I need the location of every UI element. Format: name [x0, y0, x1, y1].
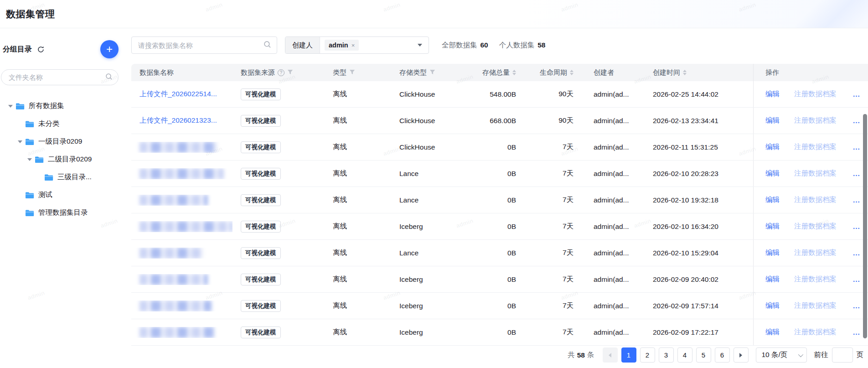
more-actions-link[interactable]: ...	[853, 275, 860, 284]
edit-link[interactable]: 编辑	[765, 275, 780, 284]
tree-item-三级目录...[interactable]: 三级目录...	[34, 168, 131, 186]
tree-item-所有数据集[interactable]: 所有数据集	[5, 97, 131, 115]
tree-item-一级目录0209[interactable]: 一级目录0209	[15, 133, 131, 150]
table-row: 上传文件_2026022514...可视化建模离线ClickHouse548.0…	[131, 81, 868, 108]
source-badge: 可视化建模	[241, 115, 281, 127]
more-actions-link[interactable]: ...	[853, 143, 860, 151]
more-actions-link[interactable]: ...	[853, 196, 860, 204]
creator-filter-label: 创建人	[285, 37, 320, 53]
page-button-6[interactable]: 6	[715, 347, 730, 363]
tree-item-未分类[interactable]: 未分类	[15, 115, 131, 133]
prev-page-button[interactable]	[603, 347, 618, 363]
type-cell: 离线	[325, 301, 391, 311]
creator-filter-select[interactable]: 创建人 admin ×	[285, 36, 429, 54]
group-directory-header: 分组目录 +	[0, 40, 131, 58]
register-data-archive-link[interactable]: 注册数据档案	[794, 169, 837, 178]
edit-link[interactable]: 编辑	[765, 248, 780, 258]
actions-cell: 编辑注册数据档案...	[753, 187, 868, 213]
page-button-1[interactable]: 1	[621, 347, 636, 363]
page-button-5[interactable]: 5	[696, 347, 711, 363]
dataset-name-cell	[131, 327, 232, 338]
sort-icon[interactable]	[570, 70, 574, 75]
edit-link[interactable]: 编辑	[765, 301, 780, 311]
tag-close-icon[interactable]: ×	[351, 42, 355, 49]
actions-cell: 编辑注册数据档案...	[753, 134, 868, 160]
more-actions-link[interactable]: ...	[853, 249, 860, 257]
creator-cell: admin(ad...	[585, 223, 645, 231]
refresh-icon[interactable]	[36, 45, 45, 54]
storage-type-cell: Iceberg	[391, 275, 460, 284]
next-page-button[interactable]	[734, 347, 749, 363]
more-actions-link[interactable]: ...	[853, 223, 860, 231]
edit-link[interactable]: 编辑	[765, 222, 780, 231]
tree-item-二级目录0209[interactable]: 二级目录0209	[25, 150, 131, 168]
register-data-archive-link[interactable]: 注册数据档案	[794, 327, 837, 337]
page-button-4[interactable]: 4	[677, 347, 692, 363]
table-row: 上传文件_2026021323...可视化建模离线ClickHouse668.0…	[131, 108, 868, 134]
tree-item-测试[interactable]: 测试	[15, 186, 131, 204]
register-data-archive-link[interactable]: 注册数据档案	[794, 301, 837, 311]
creator-cell: admin(ad...	[585, 170, 645, 178]
storage-type-cell: ClickHouse	[391, 90, 460, 98]
edit-link[interactable]: 编辑	[765, 327, 780, 337]
stat-personal-datasets[interactable]: 个人数据集58	[499, 41, 546, 50]
register-data-archive-link[interactable]: 注册数据档案	[794, 275, 837, 284]
register-data-archive-link[interactable]: 注册数据档案	[794, 89, 837, 99]
stat-value: 60	[480, 41, 488, 49]
creator-cell: admin(ad...	[585, 143, 645, 151]
stat-all-datasets[interactable]: 全部数据集60	[442, 41, 488, 50]
goto-label: 前往	[814, 350, 828, 360]
sort-icon[interactable]	[683, 70, 687, 75]
storage-total-cell: 668.00B	[460, 117, 528, 125]
dataset-source-cell: 可视化建模	[232, 88, 325, 100]
register-data-archive-link[interactable]: 注册数据档案	[794, 116, 837, 125]
dataset-search-input[interactable]	[138, 41, 264, 49]
tree-item-管理数据集目录[interactable]: 管理数据集目录	[15, 204, 131, 222]
goto-page-input[interactable]	[832, 347, 853, 363]
more-actions-link[interactable]: ...	[853, 90, 860, 98]
lifecycle-cell: 90天	[528, 89, 585, 99]
caret-down-icon[interactable]	[5, 105, 16, 108]
column-header-数据集来源: 数据集来源?	[232, 68, 325, 77]
edit-link[interactable]: 编辑	[765, 195, 780, 205]
caret-down-icon[interactable]	[25, 158, 35, 161]
vertical-scrollbar[interactable]	[863, 114, 867, 338]
filter-icon[interactable]	[349, 69, 355, 77]
folder-search-input[interactable]	[9, 73, 105, 81]
filter-icon[interactable]	[429, 69, 435, 77]
add-group-button[interactable]: +	[100, 40, 119, 58]
dataset-name-link[interactable]: 上传文件_2026022514...	[140, 89, 217, 99]
more-actions-link[interactable]: ...	[853, 302, 860, 310]
edit-link[interactable]: 编辑	[765, 169, 780, 178]
dataset-search-box	[131, 36, 277, 54]
sort-icon[interactable]	[512, 70, 516, 75]
toolbar: 创建人 admin × 全部数据集60个人数据集58	[131, 36, 868, 54]
page-size-select[interactable]: 10 条/页	[756, 347, 807, 363]
edit-link[interactable]: 编辑	[765, 89, 780, 99]
edit-link[interactable]: 编辑	[765, 116, 780, 125]
source-badge: 可视化建模	[241, 194, 281, 206]
storage-type-cell: Iceberg	[391, 328, 460, 337]
register-data-archive-link[interactable]: 注册数据档案	[794, 142, 837, 152]
register-data-archive-link[interactable]: 注册数据档案	[794, 195, 837, 205]
column-header-创建时间: 创建时间	[645, 68, 753, 77]
register-data-archive-link[interactable]: 注册数据档案	[794, 248, 837, 258]
page-button-2[interactable]: 2	[640, 347, 655, 363]
more-actions-link[interactable]: ...	[853, 328, 860, 337]
help-icon[interactable]: ?	[278, 69, 284, 76]
column-header-存储类型: 存储类型	[391, 68, 460, 77]
register-data-archive-link[interactable]: 注册数据档案	[794, 222, 837, 231]
more-actions-link[interactable]: ...	[853, 117, 860, 125]
dataset-name-link[interactable]: 上传文件_2026021323...	[140, 116, 217, 125]
masked-dataset-name	[140, 195, 208, 206]
caret-down-icon[interactable]	[15, 140, 25, 143]
filter-icon[interactable]	[287, 69, 293, 77]
created-time-cell: 2026-02-09 17:22:17	[645, 328, 753, 337]
more-actions-link[interactable]: ...	[853, 170, 860, 178]
edit-link[interactable]: 编辑	[765, 142, 780, 152]
column-header-操作: 操作	[753, 64, 868, 81]
storage-total-cell: 0B	[460, 223, 528, 231]
column-header-类型: 类型	[325, 68, 391, 77]
creator-cell: admin(ad...	[585, 90, 645, 98]
page-button-3[interactable]: 3	[659, 347, 674, 363]
